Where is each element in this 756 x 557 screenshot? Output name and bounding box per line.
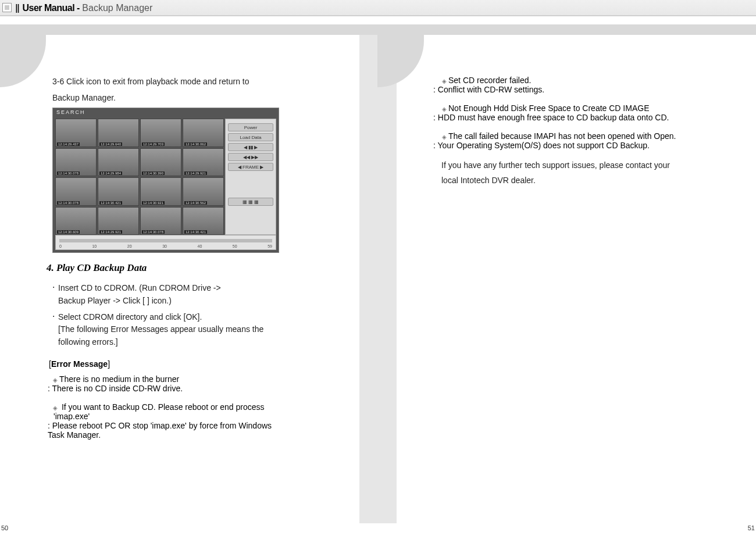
dvr-cell: 12:14:29.984 [98, 148, 139, 177]
page-left: 3-6 Click icon to exit from playback mod… [0, 35, 377, 535]
page-spread: ǁ User Manual - Backup Manager 3-6 Click… [0, 0, 756, 557]
dvr-timeline: 0 10 20 30 40 50 59 [55, 235, 276, 250]
step-3-6-line2: Backup Manager. [52, 92, 344, 105]
error-message-heading: [Error Message] [49, 359, 344, 369]
error-1: ◈There is no medium in the burner : Ther… [52, 374, 344, 393]
dvr-cell: 12:14:30.921 [140, 177, 181, 206]
bullet-dot-icon: · [52, 282, 58, 307]
dvr-cell: 12:14:30.562 [183, 177, 224, 206]
dvr-cell: 12:14:30.078 [140, 207, 181, 235]
dvr-title: SEARCH [56, 109, 85, 115]
bullet-2-line3: following errors.] [58, 336, 344, 349]
header-tab-icon [2, 3, 12, 12]
diamond-icon: ◈ [441, 134, 447, 140]
error-5-msg: The call failed because IMAPI has not be… [448, 131, 676, 141]
error-3: ◈Set CD recorder failed. : Conflict with… [441, 76, 733, 94]
contact-line1: If you have any further tech support iss… [441, 159, 733, 172]
dvr-cell: 12:14:29.921 [183, 148, 224, 177]
error-1-expl: : There is no CD inside CD-RW drive. [48, 384, 344, 393]
bullet-1-line2: Backup Player -> Click [ ] icon.) [58, 295, 344, 308]
page-right: ◈Set CD recorder failed. : Conflict with… [377, 35, 756, 535]
diamond-icon: ◈ [52, 377, 58, 383]
error-2-expl: : Please reboot PC OR stop 'imap.exe' by… [48, 421, 344, 430]
dvr-cell: 12:14:30.062 [183, 119, 224, 147]
dvr-cell: 12:14:30.609 [55, 207, 97, 235]
dvr-loaddata-button: Load Data [228, 133, 273, 141]
dvr-cell: 12:14:29.703 [140, 119, 181, 147]
contact-line2: local Intotech DVR dealer. [441, 174, 733, 187]
dvr-cell: 12:14:30.390 [140, 148, 181, 177]
header-strip [0, 24, 756, 35]
bullet-2-line1: Select CDROM directory and click [OK]. [58, 311, 344, 324]
page-curve-right [377, 35, 424, 87]
page-number-right: 51 [748, 524, 755, 531]
dvr-side-panel: Power Load Data ◀ ▮▮ ▶ ◀◀ ▶▶ ◀ FRAME ▶ ▦… [225, 119, 276, 235]
error-5: ◈The call failed because IMAPI has not b… [441, 131, 733, 150]
section-4-title: 4. Play CD Backup Data [47, 262, 344, 274]
header-title: ǁ User Manual - Backup Manager [15, 2, 152, 13]
bullet-dot-icon: · [52, 311, 58, 349]
error-3-expl: : Conflict with CD-RW settings. [433, 85, 733, 94]
diamond-icon: ◈ [441, 106, 447, 112]
playback-screenshot: SEARCH 12:14:29.437 12:14:29.640 12:14:2… [52, 108, 279, 253]
error-3-msg: Set CD recorder failed. [448, 76, 531, 85]
header-title-light: Backup Manager [82, 3, 152, 13]
dvr-cell: 12:14:29.640 [98, 119, 139, 147]
dvr-cell: 12:14:29.437 [55, 119, 97, 147]
dvr-layout-controls: ▦ ▦ ▦ [228, 198, 273, 206]
error-2: ◈ If you want to Backup CD. Please reboo… [52, 402, 344, 440]
error-4: ◈Not Enough Hdd Disk Free Space to Creat… [441, 103, 733, 122]
bullet-2-line2: [The following Error Messages appear usu… [58, 323, 344, 336]
bullet-1: · Insert CD to CDROM. (Run CDROM Drive -… [52, 282, 344, 307]
error-4-msg: Not Enough Hdd Disk Free Space to Create… [448, 103, 649, 113]
dvr-cell: 12:14:30.078 [55, 177, 97, 206]
header-title-strong: User Manual - [22, 3, 79, 13]
error-2-msg: If you want to Backup CD. Please reboot … [59, 402, 265, 412]
dvr-cell: 12:14:30.078 [55, 148, 97, 177]
content: 3-6 Click icon to exit from playback mod… [0, 35, 756, 535]
dvr-seek-controls: ◀◀ ▶▶ [228, 153, 273, 161]
error-2-msg2: 'imap.exe' [54, 412, 344, 421]
dvr-grid: 12:14:29.437 12:14:29.640 12:14:29.703 1… [55, 119, 224, 235]
dvr-cell: 12:14:30.421 [183, 207, 224, 235]
error-2-expl2: Task Manager. [48, 430, 344, 440]
dvr-play-controls: ◀ ▮▮ ▶ [228, 143, 273, 151]
bullet-1-line1: Insert CD to CDROM. (Run CDROM Drive -> [58, 282, 344, 295]
header-marker: ǁ [15, 3, 20, 13]
dvr-frame-controls: ◀ FRAME ▶ [228, 163, 273, 171]
dvr-cell: 12:14:30.421 [98, 177, 139, 206]
dvr-cell: 12:14:29.921 [98, 207, 139, 235]
dvr-power-button: Power [228, 123, 273, 131]
error-5-expl: : Your Operating System(O/S) does not su… [433, 141, 733, 150]
bullet-2: · Select CDROM directory and click [OK].… [52, 311, 344, 349]
page-curve-left [0, 35, 46, 87]
diamond-icon: ◈ [52, 405, 58, 411]
error-1-msg: There is no medium in the burner [59, 374, 179, 384]
error-4-expl: : HDD must have enough free space to CD … [433, 113, 733, 122]
page-number-left: 50 [1, 524, 8, 531]
header-bar: ǁ User Manual - Backup Manager [0, 0, 756, 16]
diamond-icon: ◈ [441, 78, 447, 84]
step-3-6-line1: 3-6 Click icon to exit from playback mod… [52, 76, 344, 88]
